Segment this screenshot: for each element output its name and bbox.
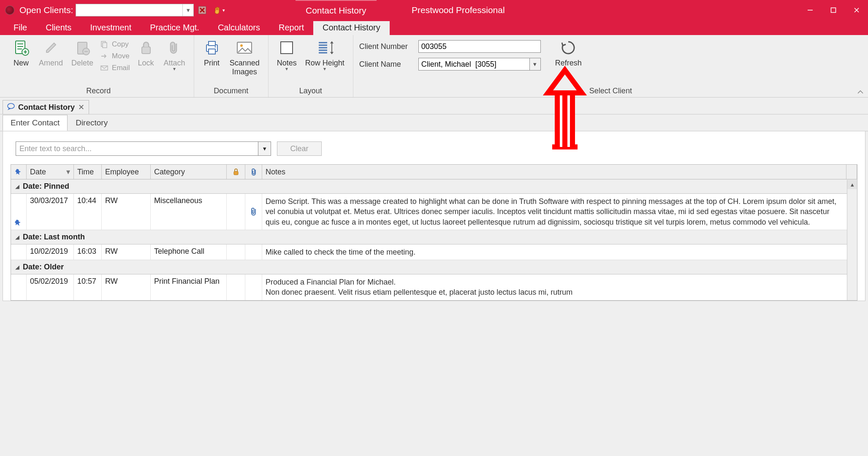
- cell-lock: [227, 244, 245, 260]
- collapse-icon: ◢: [15, 264, 19, 270]
- lock-button[interactable]: Lock: [133, 38, 160, 68]
- row-height-icon: [315, 38, 334, 57]
- col-notes[interactable]: Notes: [262, 165, 846, 179]
- close-tab-icon[interactable]: ✕: [78, 103, 84, 112]
- svg-point-27: [8, 103, 14, 109]
- cell-date: 30/03/2017: [27, 194, 74, 230]
- client-name-combo[interactable]: [418, 58, 530, 71]
- table-row[interactable]: 05/02/2019 10:57 RW Print Financial Plan…: [11, 274, 857, 300]
- col-category[interactable]: Category: [151, 165, 227, 179]
- tab-file[interactable]: File: [4, 21, 36, 35]
- copy-button[interactable]: Copy: [98, 39, 133, 49]
- minimize-button[interactable]: [798, 0, 822, 20]
- chevron-down-icon: ▾: [222, 8, 225, 13]
- client-number-input[interactable]: [418, 40, 541, 53]
- svg-point-20: [240, 44, 243, 47]
- document-group-label: Document: [198, 87, 264, 96]
- svg-rect-21: [281, 42, 293, 54]
- notes-button[interactable]: Notes ▾: [273, 38, 301, 73]
- attach-button[interactable]: Attach ▾: [160, 38, 190, 73]
- new-label: New: [14, 59, 29, 68]
- maximize-button[interactable]: [822, 0, 845, 20]
- tab-contact-history[interactable]: Contact History: [313, 21, 390, 35]
- group-header-pinned[interactable]: ◢Date: Pinned: [11, 179, 857, 194]
- cell-date: 05/02/2019: [27, 274, 74, 300]
- svg-point-18: [214, 46, 216, 47]
- ribbon-group-layout: Notes ▾ Row Height ▾ Layout: [269, 35, 353, 97]
- search-row: ▾ Clear: [16, 141, 857, 156]
- doc-tab-label: Contact History: [18, 103, 75, 112]
- search-dropdown-button[interactable]: ▾: [258, 141, 271, 156]
- paperclip-icon: [251, 168, 257, 176]
- new-icon: [12, 38, 30, 57]
- titlebar: Open Clients: ▾ ▾ Contact History Prestw…: [0, 0, 868, 20]
- col-employee[interactable]: Employee: [102, 165, 151, 179]
- layout-group-label: Layout: [273, 87, 349, 96]
- email-button[interactable]: Email: [98, 63, 133, 73]
- cell-lock: [227, 194, 245, 230]
- open-clients-label: Open Clients:: [19, 5, 73, 15]
- collapse-icon: ◢: [15, 183, 19, 190]
- close-button[interactable]: [845, 0, 868, 20]
- paperclip-icon: [250, 207, 257, 216]
- svg-rect-16: [209, 41, 215, 46]
- pin-icon: [15, 168, 22, 176]
- table-row[interactable]: 10/02/2019 16:03 RW Telephone Call Mike …: [11, 244, 857, 260]
- lock-icon: [233, 168, 239, 176]
- hand-icon: [213, 5, 222, 15]
- col-scroll-spacer: [846, 165, 857, 179]
- tab-calculators[interactable]: Calculators: [209, 21, 269, 35]
- row-height-button[interactable]: Row Height ▾: [301, 38, 349, 73]
- svg-rect-17: [209, 49, 215, 54]
- chevron-down-icon[interactable]: ▾: [182, 4, 193, 16]
- print-button[interactable]: Print: [198, 38, 225, 68]
- app-icon: [5, 5, 14, 15]
- email-label: Email: [112, 64, 130, 72]
- group-header-last-month[interactable]: ◢Date: Last month: [11, 230, 857, 244]
- delete-button[interactable]: Delete: [67, 38, 98, 68]
- sort-desc-icon: ▾: [66, 167, 70, 176]
- chevron-down-icon: ▾: [173, 66, 176, 72]
- ribbon: New Amend Delete Copy Move Email Lock: [0, 35, 868, 98]
- scanned-images-button[interactable]: Scanned Images: [225, 38, 264, 77]
- clear-button[interactable]: Clear: [277, 141, 322, 156]
- subtab-enter-contact[interactable]: Enter Contact: [3, 115, 68, 131]
- vertical-scrollbar[interactable]: ▴: [847, 180, 857, 300]
- col-lock[interactable]: [227, 165, 245, 179]
- ribbon-collapse-icon[interactable]: [857, 89, 864, 96]
- doc-tab-contact-history[interactable]: Contact History ✕: [3, 100, 89, 114]
- chevron-down-icon[interactable]: ▾: [530, 58, 541, 71]
- cell-time: 10:57: [74, 274, 102, 300]
- record-group-label: Record: [8, 87, 190, 96]
- search-input[interactable]: [16, 141, 258, 156]
- move-button[interactable]: Move: [98, 51, 133, 61]
- close-client-button[interactable]: [196, 4, 208, 16]
- col-time[interactable]: Time: [74, 165, 102, 179]
- subtab-directory[interactable]: Directory: [68, 115, 116, 131]
- col-pin[interactable]: [11, 165, 27, 179]
- cell-time: 10:44: [74, 194, 102, 230]
- tab-practice-mgt[interactable]: Practice Mgt.: [141, 21, 209, 35]
- tab-investment[interactable]: Investment: [81, 21, 141, 35]
- col-attachment[interactable]: [245, 165, 262, 179]
- table-row[interactable]: 30/03/2017 10:44 RW Miscellaneous Demo S…: [11, 194, 857, 230]
- cell-attachment: [245, 244, 262, 260]
- email-icon: [100, 65, 109, 71]
- refresh-button[interactable]: Refresh: [551, 38, 586, 68]
- tab-clients[interactable]: Clients: [36, 21, 81, 35]
- hand-tool-button[interactable]: ▾: [213, 4, 225, 16]
- new-button[interactable]: New: [8, 38, 35, 68]
- cell-notes: Mike called to check the time of the mee…: [262, 244, 857, 260]
- refresh-label: Refresh: [555, 59, 582, 68]
- cell-attachment: [245, 274, 262, 300]
- cell-category: Print Financial Plan: [151, 274, 227, 300]
- scroll-up-icon[interactable]: ▴: [847, 180, 857, 189]
- group-header-older[interactable]: ◢Date: Older: [11, 260, 857, 274]
- amend-button[interactable]: Amend: [35, 38, 67, 68]
- col-date-label: Date: [30, 168, 46, 176]
- col-date[interactable]: Date▾: [27, 165, 74, 179]
- search-box: ▾: [16, 141, 271, 156]
- app-title: Prestwood Professional: [412, 0, 798, 20]
- open-clients-combo[interactable]: ▾: [76, 4, 194, 16]
- tab-report[interactable]: Report: [269, 21, 313, 35]
